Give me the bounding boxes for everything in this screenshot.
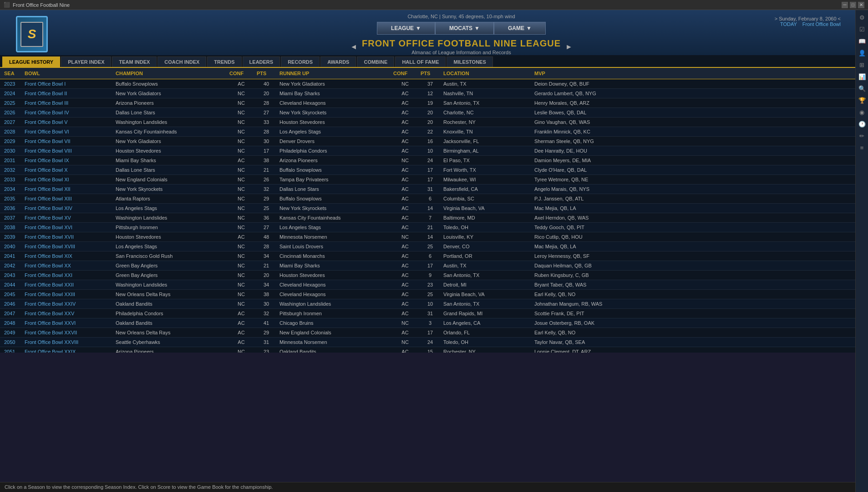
table-cell[interactable]: 2045 [2,291,23,298]
table-cell[interactable]: 2026 [2,109,23,116]
tab-combine[interactable]: COMBINE [357,56,394,67]
mocats-nav-button[interactable]: MOCATS ▼ [435,22,494,35]
trophy-icon[interactable]: 🏆 [857,95,868,106]
table-cell[interactable]: Front Office Bowl XXIV [23,300,114,308]
table-row[interactable]: 2044Front Office Bowl XXIIWashington Lan… [0,280,855,290]
header-champ-pts[interactable]: PTS [255,69,278,77]
table-cell[interactable]: 2039 [2,233,23,241]
table-cell[interactable]: Front Office Bowl XXVI [23,319,114,327]
table-cell[interactable]: Front Office Bowl VIII [23,147,114,154]
tab-league-history[interactable]: LEAGUE HISTORY [2,56,60,67]
table-cell[interactable]: Front Office Bowl XIV [23,205,114,212]
header-ru-pts[interactable]: PTS [419,69,442,77]
minimize-button[interactable]: ─ [842,2,848,8]
table-cell[interactable]: 2034 [2,185,23,193]
table-cell[interactable]: Front Office Bowl XI [23,176,114,183]
table-cell[interactable]: 2035 [2,195,23,202]
table-cell[interactable]: 2036 [2,205,23,212]
book-icon[interactable]: 📖 [857,36,868,46]
tab-awards[interactable]: AWARDS [320,56,356,67]
table-cell[interactable]: Front Office Bowl XXVII [23,329,114,336]
header-mvp[interactable]: MVP [533,69,646,77]
table-row[interactable]: 2038Front Office Bowl XVIPittsburgh Iron… [0,223,855,232]
maximize-button[interactable]: □ [850,2,856,8]
header-runner-up[interactable]: RUNNER UP [278,69,391,77]
header-location[interactable]: LOCATION [442,69,533,77]
table-row[interactable]: 2029Front Office Bowl VIINew York Gladia… [0,137,855,146]
table-row[interactable]: 2035Front Office Bowl XIIIAtlanta Raptor… [0,194,855,204]
table-cell[interactable]: Front Office Bowl XXIX [23,348,114,353]
table-row[interactable]: 2024Front Office Bowl IINew York Gladiat… [0,89,855,98]
table-cell[interactable]: Front Office Bowl V [23,118,114,126]
tab-milestones[interactable]: MILESTONES [447,56,492,67]
table-row[interactable]: 2028Front Office Bowl VIKansas City Foun… [0,127,855,137]
table-cell[interactable]: Front Office Bowl XII [23,185,114,193]
table-cell[interactable]: 2047 [2,310,23,317]
table-row[interactable]: 2047Front Office Bowl XXVPhiladelphia Co… [0,309,855,318]
table-cell[interactable]: 2025 [2,99,23,107]
table-row[interactable]: 2037Front Office Bowl XVWashington Lands… [0,213,855,223]
table-cell[interactable]: Front Office Bowl IV [23,109,114,116]
table-row[interactable]: 2041Front Office Bowl XIXSan Francisco G… [0,251,855,261]
header-champ-conf[interactable]: CONF [228,69,255,77]
table-cell[interactable]: Front Office Bowl IX [23,157,114,164]
header-bowl[interactable]: BOWL [23,69,114,77]
table-row[interactable]: 2032Front Office Bowl XDallas Lone Stars… [0,165,855,175]
table-row[interactable]: 2045Front Office Bowl XXIIINew Orleans D… [0,290,855,299]
table-row[interactable]: 2043Front Office Bowl XXIGreen Bay Angle… [0,271,855,280]
table-cell[interactable]: 2037 [2,214,23,221]
tab-coach-index[interactable]: COACH INDEX [157,56,206,67]
grid-icon[interactable]: ⊞ [857,59,868,70]
table-cell[interactable]: Front Office Bowl II [23,90,114,97]
table-row[interactable]: 2031Front Office Bowl IXMiami Bay Sharks… [0,156,855,165]
table-cell[interactable]: Front Office Bowl VII [23,138,114,145]
tab-records[interactable]: RECORDS [281,56,320,67]
prev-league-button[interactable]: ◄ [350,43,357,51]
table-cell[interactable]: 2050 [2,338,23,346]
table-row[interactable]: 2023Front Office Bowl IBuffalo Snowplows… [0,79,855,89]
table-cell[interactable]: 2043 [2,272,23,279]
header-sea[interactable]: SEA [2,69,23,77]
table-row[interactable]: 2036Front Office Bowl XIVLos Angeles Sta… [0,204,855,213]
next-league-button[interactable]: ► [565,43,573,51]
table-row[interactable]: 2034Front Office Bowl XIINew York Skyroc… [0,184,855,194]
table-cell[interactable]: 2033 [2,176,23,183]
table-row[interactable]: 2049Front Office Bowl XXVIINew Orleans D… [0,328,855,338]
tab-hall-of-fame[interactable]: HALL OF FAME [395,56,446,67]
bowl-link[interactable]: Front Office Bowl [802,21,841,27]
table-cell[interactable]: Front Office Bowl XIII [23,195,114,202]
table-cell[interactable]: 2023 [2,80,23,87]
user-icon[interactable]: 👤 [857,47,868,58]
table-cell[interactable]: Front Office Bowl XXIII [23,291,114,298]
table-cell[interactable]: Front Office Bowl XVIII [23,243,114,250]
circle-icon[interactable]: ◉ [857,107,868,118]
tab-team-index[interactable]: TEAM INDEX [112,56,157,67]
table-cell[interactable]: 2024 [2,90,23,97]
table-cell[interactable]: Front Office Bowl XXII [23,281,114,288]
table-cell[interactable]: 2051 [2,348,23,353]
table-cell[interactable]: Front Office Bowl XIX [23,252,114,260]
table-cell[interactable]: Front Office Bowl VI [23,128,114,135]
table-cell[interactable]: 2048 [2,319,23,327]
clock-icon[interactable]: 🕐 [857,118,868,129]
list-icon[interactable]: ≡ [857,142,868,153]
tab-player-index[interactable]: PLAYER INDEX [61,56,111,67]
header-champion[interactable]: CHAMPION [114,69,228,77]
table-row[interactable]: 2051Front Office Bowl XXIXArizona Pionee… [0,347,855,353]
table-cell[interactable]: Front Office Bowl XXI [23,272,114,279]
table-cell[interactable]: 2042 [2,262,23,269]
table-row[interactable]: 2030Front Office Bowl VIIIHouston Steved… [0,146,855,156]
table-cell[interactable]: 2028 [2,128,23,135]
table-row[interactable]: 2026Front Office Bowl IVDallas Lone Star… [0,108,855,118]
table-cell[interactable]: 2044 [2,281,23,288]
table-row[interactable]: 2033Front Office Bowl XINew England Colo… [0,175,855,184]
table-row[interactable]: 2040Front Office Bowl XVIIILos Angeles S… [0,242,855,251]
check-icon[interactable]: ☑ [857,24,868,35]
settings-icon[interactable]: ⚙ [857,12,868,23]
table-cell[interactable]: 2030 [2,147,23,154]
table-row[interactable]: 2025Front Office Bowl IIIArizona Pioneer… [0,98,855,108]
table-cell[interactable]: 2040 [2,243,23,250]
table-cell[interactable]: Front Office Bowl XX [23,262,114,269]
table-cell[interactable]: Front Office Bowl XVII [23,233,114,241]
table-cell[interactable]: 2027 [2,118,23,126]
